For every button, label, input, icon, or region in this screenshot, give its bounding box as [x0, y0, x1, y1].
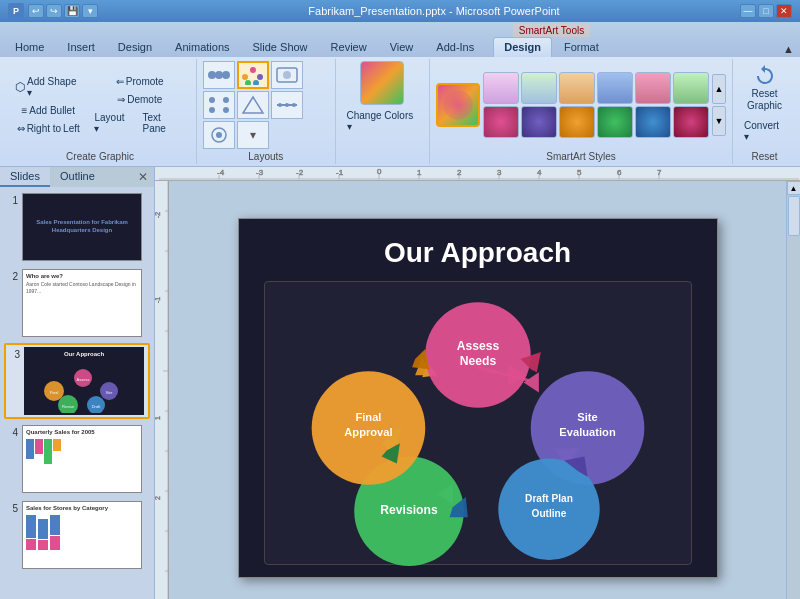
text-pane-btn[interactable]: Text Pane — [138, 109, 190, 137]
slide-thumb-1[interactable]: 1 Sales Presentation for Fabrikam Headqu… — [4, 191, 150, 263]
slide-thumb-5[interactable]: 5 Sales for Stores by Category — [4, 499, 150, 571]
maximize-btn[interactable]: □ — [758, 4, 774, 18]
ruler-vertical: -2 -1 1 2 — [155, 181, 169, 599]
smartart-style-3[interactable] — [521, 72, 557, 104]
smartart-style-4[interactable] — [559, 72, 595, 104]
smartart-style-5[interactable] — [597, 72, 633, 104]
tab-slideshow[interactable]: Slide Show — [242, 37, 319, 57]
svg-point-16 — [278, 103, 282, 107]
reset-graphic-btn[interactable]: ResetGraphic — [742, 61, 787, 115]
smartart-styles-label: SmartArt Styles — [546, 149, 615, 162]
svg-text:Site: Site — [577, 410, 597, 422]
title-bar-text: Fabrikam_Presentation.pptx - Microsoft P… — [128, 5, 740, 17]
svg-marker-14 — [243, 97, 263, 113]
vertical-scrollbar[interactable]: ▲ ▼ — [786, 181, 800, 599]
smartart-style-9[interactable] — [521, 106, 557, 138]
layout-item-7[interactable] — [203, 121, 235, 149]
slide-image-1: Sales Presentation for Fabrikam Headquar… — [22, 193, 142, 261]
demote-btn[interactable]: ⇒ Demote — [89, 91, 190, 108]
svg-point-4 — [257, 74, 263, 80]
layout-btn[interactable]: Layout ▾ — [89, 109, 135, 137]
right-to-left-btn[interactable]: ⇔ Right to Left — [10, 120, 86, 138]
smartart-styles-scroll-up[interactable]: ▲ — [712, 74, 726, 104]
ribbon-group-smartart-styles: ▲ ▼ SmartArt Styles — [430, 59, 733, 164]
tab-slides[interactable]: Slides — [0, 167, 50, 187]
svg-text:-2: -2 — [155, 212, 161, 218]
scroll-up-btn[interactable]: ▲ — [787, 181, 801, 195]
svg-text:Assess: Assess — [77, 377, 90, 382]
svg-text:Draft Plan: Draft Plan — [525, 493, 573, 504]
undo-btn[interactable]: ↩ — [28, 4, 44, 18]
svg-point-9 — [283, 71, 291, 79]
tab-smartart-format[interactable]: Format — [553, 37, 610, 57]
tab-review[interactable]: Review — [320, 37, 378, 57]
save-btn[interactable]: 💾 — [64, 4, 80, 18]
tab-view[interactable]: View — [379, 37, 425, 57]
tab-addins[interactable]: Add-Ins — [425, 37, 485, 57]
redo-btn[interactable]: ↪ — [46, 4, 62, 18]
scroll-track[interactable] — [787, 195, 800, 599]
slide-image-4: Quarterly Sales for 2005 — [22, 425, 142, 493]
svg-text:0: 0 — [377, 167, 382, 176]
close-btn[interactable]: ✕ — [776, 4, 792, 18]
smartart-styles-scroll-down[interactable]: ▼ — [712, 106, 726, 136]
tab-smartart-design[interactable]: Design — [493, 37, 552, 57]
svg-text:Evaluation: Evaluation — [559, 426, 616, 438]
tab-animations[interactable]: Animations — [164, 37, 240, 57]
smartart-style-10[interactable] — [559, 106, 595, 138]
slides-list: 1 Sales Presentation for Fabrikam Headqu… — [0, 187, 154, 599]
svg-text:Final: Final — [50, 390, 59, 395]
svg-text:2: 2 — [457, 168, 462, 177]
change-colors-swatch[interactable] — [360, 61, 404, 105]
minimize-btn[interactable]: — — [740, 4, 756, 18]
slide-thumb-2[interactable]: 2 Who are we? Aaron Cole started Contoso… — [4, 267, 150, 339]
smartart-style-1[interactable] — [436, 83, 480, 127]
slide-thumb-4[interactable]: 4 Quarterly Sales for 2005 — [4, 423, 150, 495]
slide-thumb-3[interactable]: 3 Our Approach Assess Site — [4, 343, 150, 419]
svg-point-7 — [242, 74, 248, 80]
smartart-style-11[interactable] — [597, 106, 633, 138]
tab-insert[interactable]: Insert — [56, 37, 106, 57]
convert-btn[interactable]: Convert ▾ — [739, 117, 790, 145]
ruler-horizontal: -4 -3 -2 -1 0 1 2 3 4 5 6 7 — [155, 167, 800, 181]
svg-text:6: 6 — [617, 168, 622, 177]
svg-text:-1: -1 — [336, 168, 344, 177]
layout-item-5[interactable] — [237, 91, 269, 119]
slide-image-5: Sales for Stores by Category — [22, 501, 142, 569]
dropdown-btn[interactable]: ▾ — [82, 4, 98, 18]
layout-item-4[interactable] — [203, 91, 235, 119]
svg-point-12 — [209, 107, 215, 113]
add-shape-btn[interactable]: ⬡ Add Shape ▾ — [10, 73, 86, 101]
tab-design[interactable]: Design — [107, 37, 163, 57]
change-colors-btn[interactable]: Change Colors ▾ — [342, 107, 424, 135]
scroll-thumb[interactable] — [788, 196, 800, 236]
smartart-style-12[interactable] — [635, 106, 671, 138]
smartart-style-13[interactable] — [673, 106, 709, 138]
smartart-style-6[interactable] — [635, 72, 671, 104]
svg-text:-1: -1 — [155, 297, 161, 303]
ribbon-collapse-btn[interactable]: ▲ — [777, 41, 800, 57]
ribbon-group-reset: ResetGraphic Convert ▾ Reset — [733, 59, 796, 164]
svg-text:4: 4 — [537, 168, 542, 177]
smartart-style-2[interactable] — [483, 72, 519, 104]
smartart-style-8[interactable] — [483, 106, 519, 138]
tab-home[interactable]: Home — [4, 37, 55, 57]
slide-canvas-area[interactable]: Our Approach — [169, 181, 786, 599]
layout-item-1[interactable] — [203, 61, 235, 89]
layout-item-3[interactable] — [271, 61, 303, 89]
layout-item-2-selected[interactable] — [237, 61, 269, 89]
title-bar: P ↩ ↪ 💾 ▾ Fabrikam_Presentation.pptx - M… — [0, 0, 800, 22]
svg-point-10 — [209, 97, 215, 103]
layout-item-6[interactable] — [271, 91, 303, 119]
add-bullet-btn[interactable]: ≡ Add Bullet — [10, 102, 86, 119]
tab-outline[interactable]: Outline — [50, 167, 105, 187]
svg-text:Site: Site — [106, 390, 114, 395]
svg-text:3: 3 — [497, 168, 502, 177]
svg-text:Needs: Needs — [459, 354, 496, 368]
diagram-frame: Assess Needs Site Evaluation Draft Plan … — [264, 281, 692, 565]
panel-close-btn[interactable]: ✕ — [132, 167, 154, 187]
promote-btn[interactable]: ⇐ Promote — [89, 73, 190, 90]
svg-text:Assess: Assess — [456, 338, 499, 352]
smartart-style-7[interactable] — [673, 72, 709, 104]
layout-scroll-btn[interactable]: ▾ — [237, 121, 269, 149]
